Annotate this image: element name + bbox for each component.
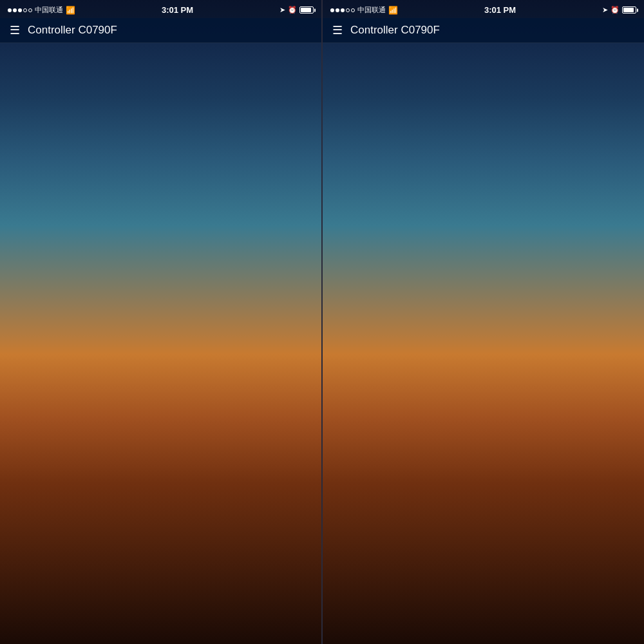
dot2 — [13, 8, 17, 12]
carrier-left: 中国联通 — [35, 5, 63, 15]
status-right-right: ➤ ⏰ — [602, 6, 636, 14]
battery-right — [622, 6, 636, 14]
battery-fill-left — [301, 8, 311, 12]
alarm-icon-left: ⏰ — [288, 6, 297, 14]
wifi-icon-left: 📶 — [66, 6, 75, 15]
rdot5 — [351, 8, 355, 12]
status-left: 中国联通 📶 — [8, 5, 75, 15]
battery-fill-right — [623, 8, 634, 12]
dot3 — [18, 8, 22, 12]
nav-bar-right: ☰ Controller C0790F — [323, 18, 644, 43]
carrier-right: 中国联通 — [357, 5, 386, 15]
battery-left — [299, 6, 314, 14]
location-icon-right: ➤ — [602, 6, 608, 14]
signal-dots — [8, 8, 32, 12]
background-right — [323, 0, 644, 644]
wifi-icon-right: 📶 — [388, 6, 398, 15]
rdot3 — [341, 8, 345, 12]
location-icon-left: ➤ — [279, 6, 285, 14]
dot1 — [8, 8, 12, 12]
status-left-right: 中国联通 📶 — [330, 5, 398, 15]
alarm-icon-right: ⏰ — [611, 6, 620, 14]
rdot2 — [336, 8, 339, 12]
signal-dots-right — [330, 8, 355, 12]
hamburger-icon-right[interactable]: ☰ — [332, 23, 343, 37]
dot4 — [23, 8, 27, 12]
nav-title-left: Controller C0790F — [28, 24, 117, 37]
dot5 — [28, 8, 32, 12]
status-bar-left: 中国联通 📶 3:01 PM ➤ ⏰ — [0, 0, 321, 18]
time-right: 3:01 PM — [484, 5, 516, 15]
nav-title-right: Controller C0790F — [350, 24, 440, 37]
nav-bar-left: ☰ Controller C0790F — [0, 18, 321, 43]
hamburger-icon-left[interactable]: ☰ — [10, 23, 20, 37]
right-panel: 中国联通 📶 3:01 PM ➤ ⏰ ☰ Controller C0790F — [323, 0, 644, 644]
status-right-left: ➤ ⏰ — [279, 6, 314, 14]
left-panel: 中国联通 📶 3:01 PM ➤ ⏰ ☰ Controller C0790F — [0, 0, 321, 644]
status-bar-right: 中国联通 📶 3:01 PM ➤ ⏰ — [323, 0, 644, 18]
background-left — [0, 0, 321, 644]
rdot1 — [330, 8, 334, 12]
rdot4 — [346, 8, 350, 12]
time-left: 3:01 PM — [162, 5, 193, 15]
